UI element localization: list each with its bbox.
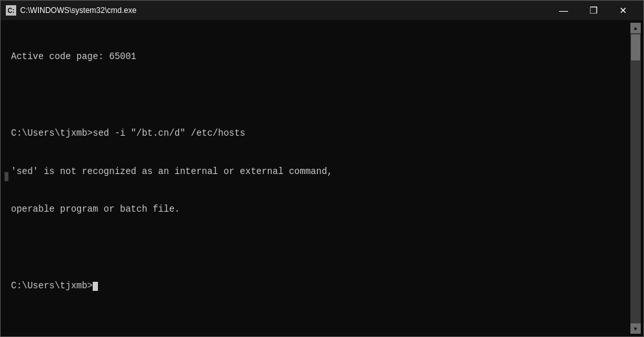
- cmd-window: C: C:\WINDOWS\system32\cmd.exe — ❐ ✕ Act…: [0, 0, 644, 337]
- title-bar-text: C:\WINDOWS\system32\cmd.exe: [20, 6, 549, 15]
- terminal-line-7: C:\Users\tjxmb>: [11, 280, 628, 293]
- left-bar: [3, 23, 8, 334]
- terminal-line-2: [11, 89, 628, 102]
- minimize-button[interactable]: —: [549, 1, 578, 20]
- terminal-body: Active code page: 65001 C:\Users\tjxmb>s…: [1, 20, 643, 336]
- scrollbar[interactable]: ▲ ▼: [630, 23, 641, 334]
- scrollbar-up-arrow[interactable]: ▲: [630, 23, 641, 33]
- cursor: [93, 282, 98, 291]
- terminal-line-3: C:\Users\tjxmb>sed -i "/bt.cn/d" /etc/ho…: [11, 127, 628, 140]
- prompt: C:\Users\tjxmb>: [11, 281, 93, 291]
- title-bar: C: C:\WINDOWS\system32\cmd.exe — ❐ ✕: [1, 1, 643, 20]
- window-controls: — ❐ ✕: [549, 1, 638, 20]
- window-icon: C:: [6, 5, 16, 16]
- maximize-button[interactable]: ❐: [578, 1, 608, 20]
- close-button[interactable]: ✕: [608, 1, 638, 20]
- terminal-line-4: 'sed' is not recognized as an internal o…: [11, 166, 628, 179]
- terminal-line-6: [11, 242, 628, 255]
- terminal-line-1: Active code page: 65001: [11, 51, 628, 64]
- scrollbar-track[interactable]: [630, 33, 641, 323]
- scrollbar-down-arrow[interactable]: ▼: [630, 323, 641, 334]
- scrollbar-thumb[interactable]: [631, 34, 640, 60]
- terminal-content[interactable]: Active code page: 65001 C:\Users\tjxmb>s…: [8, 23, 630, 334]
- terminal-line-5: operable program or batch file.: [11, 203, 628, 216]
- left-bar-mark: [5, 172, 8, 181]
